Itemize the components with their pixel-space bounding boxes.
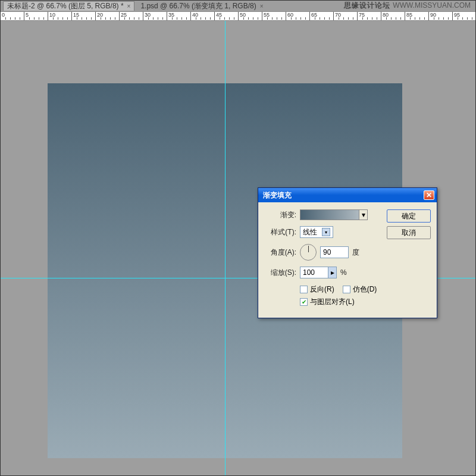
ruler-number: 65: [311, 12, 317, 18]
scale-unit: %: [340, 268, 347, 277]
scale-value: 100: [303, 268, 315, 277]
ok-button[interactable]: 确定: [387, 209, 431, 223]
ruler-tick: 80: [381, 12, 405, 21]
guide-vertical[interactable]: [225, 21, 226, 476]
ruler-tick: 85: [405, 12, 429, 21]
close-icon: ✕: [426, 191, 432, 199]
ruler-tick: 25: [120, 12, 143, 21]
ruler-tick: 65: [310, 12, 334, 21]
gradient-label: 渐变:: [264, 210, 300, 220]
close-button[interactable]: ✕: [424, 190, 434, 200]
watermark: 思缘设计论坛 WWW.MISSYUAN.COM: [344, 1, 471, 10]
ruler-number: 35: [168, 12, 174, 18]
ruler-tick: 0: [1, 12, 24, 21]
align-checkbox[interactable]: ✔ 与图层对齐(L): [300, 297, 355, 307]
angle-unit: 度: [352, 248, 359, 258]
ruler-number: 10: [49, 12, 55, 18]
ruler-tick: 5: [24, 12, 48, 21]
style-value: 线性: [303, 227, 317, 237]
button-column: 确定 取消: [387, 209, 431, 309]
scale-label: 缩放(S):: [264, 268, 300, 278]
ruler-tick: 15: [72, 12, 96, 21]
watermark-brand: 思缘设计论坛: [344, 1, 390, 11]
ruler-tick: 55: [262, 12, 286, 21]
reverse-label: 反向(R): [310, 284, 334, 295]
ruler-number: 50: [240, 12, 246, 18]
ruler-tick: 75: [358, 12, 381, 21]
fields: 渐变: ▾ 样式(T): 线性 ▾ 角度(A):: [264, 209, 382, 309]
horizontal-ruler: 0510152025303540455055606570758085909510…: [1, 11, 475, 21]
ruler-number: 70: [335, 12, 341, 18]
ruler-number: 30: [145, 12, 151, 18]
close-icon[interactable]: ×: [260, 3, 264, 10]
angle-value: 90: [323, 248, 331, 256]
ruler-tick: 90: [429, 12, 453, 21]
dialog-title: 渐变填充: [261, 190, 424, 201]
gradient-picker-arrow[interactable]: ▾: [359, 209, 368, 220]
close-icon[interactable]: ×: [127, 3, 131, 10]
ruler-number: 55: [264, 12, 270, 18]
checkboxes: 反向(R) 仿色(D) ✔ 与图层对齐(L): [264, 284, 382, 307]
dialog-body: 渐变: ▾ 样式(T): 线性 ▾ 角度(A):: [258, 202, 437, 318]
ruler-number: 5: [26, 12, 29, 18]
ruler-tick: 45: [215, 12, 239, 21]
chevron-down-icon: ▾: [362, 211, 365, 219]
scale-spinner[interactable]: ▸: [328, 267, 337, 278]
scale-input[interactable]: 100: [300, 267, 328, 278]
dialog-titlebar[interactable]: 渐变填充 ✕: [258, 188, 437, 202]
angle-label: 角度(A):: [264, 248, 300, 258]
caret-right-icon: ▸: [331, 268, 334, 277]
style-label: 样式(T):: [264, 227, 300, 237]
ruler-number: 75: [359, 12, 365, 18]
angle-dial[interactable]: [300, 244, 317, 261]
ruler-number: 45: [216, 12, 222, 18]
ruler-number: 40: [192, 12, 198, 18]
ruler-tick: 95: [453, 12, 475, 21]
ruler-tick: 20: [96, 12, 120, 21]
ruler-number: 15: [73, 12, 79, 18]
ok-label: 确定: [402, 211, 416, 221]
checkbox-box: [343, 286, 350, 293]
tab-label: 未标题-2 @ 66.7% (图层 5, RGB/8) *: [7, 1, 124, 11]
ruler-number: 20: [97, 12, 103, 18]
ruler-tick: 30: [143, 12, 167, 21]
dither-checkbox[interactable]: 仿色(D): [343, 284, 377, 295]
cancel-label: 取消: [402, 228, 416, 238]
ruler-number: 85: [406, 12, 412, 18]
row-gradient: 渐变: ▾: [264, 209, 382, 220]
ruler-tick: 10: [48, 12, 72, 21]
tab-doc2[interactable]: 1.psd @ 66.7% (渐变填充 1, RGB/8) ×: [137, 1, 267, 11]
dither-label: 仿色(D): [353, 284, 377, 295]
ruler-number: 25: [121, 12, 127, 18]
row-scale: 缩放(S): 100 ▸ %: [264, 267, 382, 278]
gradient-preview[interactable]: [300, 209, 359, 220]
ruler-tick: 35: [167, 12, 191, 21]
ruler-tick: 60: [286, 12, 310, 21]
checkbox-box: [300, 286, 308, 293]
ruler-tick: 40: [191, 12, 215, 21]
ruler-number: 95: [454, 12, 460, 18]
style-select[interactable]: 线性 ▾: [300, 226, 333, 238]
ruler-number: 60: [287, 12, 293, 18]
chevron-down-icon: ▾: [322, 228, 330, 236]
ruler-number: 0: [2, 12, 5, 18]
watermark-url: WWW.MISSYUAN.COM: [393, 1, 471, 10]
align-label: 与图层对齐(L): [310, 297, 355, 307]
ruler-tick: 50: [239, 12, 262, 21]
angle-input[interactable]: 90: [320, 246, 349, 258]
document-tabs: 未标题-2 @ 66.7% (图层 5, RGB/8) * × 1.psd @ …: [1, 1, 475, 11]
ruler-number: 80: [383, 12, 389, 18]
reverse-checkbox[interactable]: 反向(R): [300, 284, 334, 295]
row-style: 样式(T): 线性 ▾: [264, 226, 382, 238]
ruler-number: 90: [430, 12, 436, 18]
checkbox-box: ✔: [300, 298, 308, 306]
gradient-fill-dialog: 渐变填充 ✕ 渐变: ▾ 样式(T): 线性 ▾: [258, 187, 437, 318]
ruler-tick: 70: [334, 12, 358, 21]
row-angle: 角度(A): 90 度: [264, 244, 382, 261]
tab-doc1[interactable]: 未标题-2 @ 66.7% (图层 5, RGB/8) * ×: [3, 1, 134, 11]
cancel-button[interactable]: 取消: [387, 226, 431, 239]
canvas-area: 渐变填充 ✕ 渐变: ▾ 样式(T): 线性 ▾: [1, 21, 476, 476]
tab-label: 1.psd @ 66.7% (渐变填充 1, RGB/8): [140, 1, 256, 11]
